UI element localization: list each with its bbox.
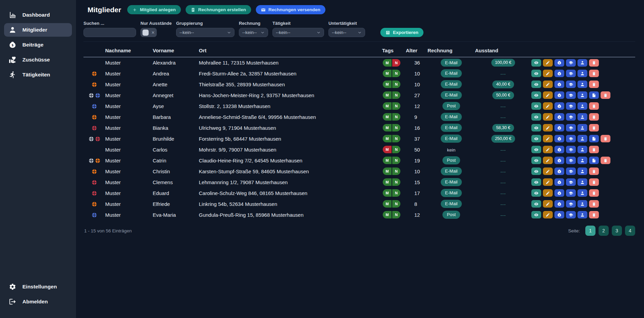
search-input[interactable] bbox=[83, 28, 136, 37]
view-button[interactable] bbox=[531, 91, 541, 99]
page-button-4[interactable]: 4 bbox=[625, 226, 635, 236]
documents-button[interactable] bbox=[589, 135, 599, 142]
view-button[interactable] bbox=[531, 102, 541, 110]
courses-button[interactable] bbox=[566, 167, 576, 175]
profile-button[interactable] bbox=[577, 113, 587, 121]
view-button[interactable] bbox=[531, 167, 541, 175]
view-button[interactable] bbox=[531, 135, 541, 142]
edit-button[interactable] bbox=[543, 59, 553, 67]
courses-button[interactable] bbox=[566, 189, 576, 197]
contributions-button[interactable]: $ bbox=[554, 189, 564, 197]
delete-button[interactable] bbox=[601, 135, 610, 142]
sidebar-item-dashboard[interactable]: Dashboard bbox=[4, 8, 72, 22]
contributions-button[interactable]: $ bbox=[554, 167, 564, 175]
delete-button[interactable] bbox=[589, 59, 599, 67]
rechnungen-erstellen-button[interactable]: Rechnungen erstellen bbox=[186, 5, 251, 14]
contributions-button[interactable]: $ bbox=[554, 157, 564, 164]
edit-button[interactable] bbox=[543, 91, 553, 99]
profile-button[interactable] bbox=[577, 70, 587, 77]
delete-button[interactable] bbox=[589, 211, 599, 218]
edit-button[interactable] bbox=[543, 200, 553, 208]
view-button[interactable] bbox=[531, 113, 541, 121]
profile-button[interactable] bbox=[577, 146, 587, 153]
gruppierung-select[interactable]: --kein-- bbox=[176, 28, 234, 37]
sidebar-item-abmelden[interactable]: Abmelden bbox=[4, 295, 72, 308]
documents-button[interactable] bbox=[589, 91, 599, 99]
edit-button[interactable] bbox=[543, 135, 553, 142]
contributions-button[interactable]: $ bbox=[554, 70, 564, 77]
untertaetigkeit-select[interactable]: --kein-- bbox=[328, 28, 365, 37]
profile-button[interactable] bbox=[577, 124, 587, 131]
view-button[interactable] bbox=[531, 146, 541, 153]
delete-button[interactable] bbox=[589, 189, 599, 197]
sidebar-item-taetigkeiten[interactable]: Tätigkeiten bbox=[4, 68, 72, 82]
delete-button[interactable] bbox=[589, 178, 599, 186]
edit-button[interactable] bbox=[543, 102, 553, 110]
profile-button[interactable] bbox=[577, 59, 587, 67]
page-button-3[interactable]: 3 bbox=[612, 226, 622, 236]
courses-button[interactable] bbox=[566, 91, 576, 99]
sidebar-item-mitglieder[interactable]: Mitglieder bbox=[4, 23, 72, 37]
contributions-button[interactable]: $ bbox=[554, 146, 564, 153]
view-button[interactable] bbox=[531, 178, 541, 186]
sidebar-item-einstellungen[interactable]: Einstellungen bbox=[4, 280, 72, 294]
profile-button[interactable] bbox=[577, 135, 587, 142]
courses-button[interactable] bbox=[566, 59, 576, 67]
view-button[interactable] bbox=[531, 157, 541, 164]
profile-button[interactable] bbox=[577, 167, 587, 175]
delete-button[interactable] bbox=[589, 146, 599, 153]
profile-button[interactable] bbox=[577, 157, 587, 164]
only-outstanding-checkbox[interactable] bbox=[143, 30, 149, 36]
clear-filter-icon[interactable]: ✕ bbox=[151, 31, 155, 35]
edit-button[interactable] bbox=[543, 124, 553, 131]
courses-button[interactable] bbox=[566, 124, 576, 131]
courses-button[interactable] bbox=[566, 102, 576, 110]
contributions-button[interactable]: $ bbox=[554, 200, 564, 208]
profile-button[interactable] bbox=[577, 81, 587, 88]
courses-button[interactable] bbox=[566, 70, 576, 77]
sidebar-item-zuschuesse[interactable]: Zuschüsse bbox=[4, 53, 72, 67]
profile-button[interactable] bbox=[577, 200, 587, 208]
edit-button[interactable] bbox=[543, 70, 553, 77]
edit-button[interactable] bbox=[543, 189, 553, 197]
delete-button[interactable] bbox=[589, 167, 599, 175]
contributions-button[interactable]: $ bbox=[554, 211, 564, 218]
delete-button[interactable] bbox=[589, 102, 599, 110]
contributions-button[interactable]: $ bbox=[554, 59, 564, 67]
contributions-button[interactable]: $ bbox=[554, 102, 564, 110]
courses-button[interactable] bbox=[566, 200, 576, 208]
sidebar-item-beitraege[interactable]: $Beiträge bbox=[4, 38, 72, 52]
courses-button[interactable] bbox=[566, 135, 576, 142]
profile-button[interactable] bbox=[577, 178, 587, 186]
taetigkeit-select[interactable]: --kein-- bbox=[272, 28, 324, 37]
delete-button[interactable] bbox=[589, 200, 599, 208]
rechnungen-versenden-button[interactable]: Rechnungen versenden bbox=[256, 5, 325, 14]
edit-button[interactable] bbox=[543, 113, 553, 121]
export-button[interactable]: Exportieren bbox=[380, 28, 423, 37]
edit-button[interactable] bbox=[543, 178, 553, 186]
view-button[interactable] bbox=[531, 59, 541, 67]
documents-button[interactable] bbox=[589, 157, 599, 164]
view-button[interactable] bbox=[531, 211, 541, 218]
contributions-button[interactable]: $ bbox=[554, 81, 564, 88]
profile-button[interactable] bbox=[577, 211, 587, 218]
profile-button[interactable] bbox=[577, 91, 587, 99]
mitglied-anlegen-button[interactable]: Mitglied anlegen bbox=[127, 5, 181, 14]
view-button[interactable] bbox=[531, 189, 541, 197]
view-button[interactable] bbox=[531, 70, 541, 77]
contributions-button[interactable]: $ bbox=[554, 178, 564, 186]
view-button[interactable] bbox=[531, 81, 541, 88]
rechnung-select[interactable]: --kein-- bbox=[239, 28, 268, 37]
delete-button[interactable] bbox=[589, 70, 599, 77]
courses-button[interactable] bbox=[566, 157, 576, 164]
contributions-button[interactable]: $ bbox=[554, 124, 564, 131]
edit-button[interactable] bbox=[543, 211, 553, 218]
delete-button[interactable] bbox=[589, 81, 599, 88]
edit-button[interactable] bbox=[543, 167, 553, 175]
courses-button[interactable] bbox=[566, 178, 576, 186]
profile-button[interactable] bbox=[577, 189, 587, 197]
contributions-button[interactable]: $ bbox=[554, 91, 564, 99]
courses-button[interactable] bbox=[566, 146, 576, 153]
page-button-2[interactable]: 2 bbox=[599, 226, 609, 236]
delete-button[interactable] bbox=[589, 113, 599, 121]
